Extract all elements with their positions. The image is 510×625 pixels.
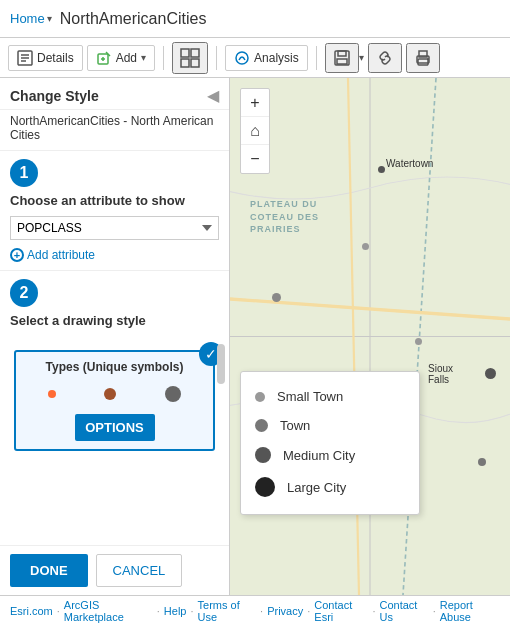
watertown-label: Watertown bbox=[386, 158, 433, 169]
dot-1 bbox=[272, 293, 281, 302]
svg-rect-11 bbox=[191, 59, 199, 67]
legend-item-3: Large City bbox=[241, 470, 419, 504]
help-link[interactable]: Help bbox=[164, 605, 187, 617]
step1-label: Choose an attribute to show bbox=[10, 193, 219, 208]
step2-label: Select a drawing style bbox=[10, 313, 219, 328]
legend-label-2: Medium City bbox=[283, 448, 355, 463]
report-abuse-link[interactable]: Report Abuse bbox=[440, 599, 500, 623]
toolbar-sep-2 bbox=[216, 46, 217, 70]
main-content: Change Style ◀ NorthAmericanCities - Nor… bbox=[0, 78, 510, 595]
panel-header: Change Style ◀ bbox=[0, 78, 229, 110]
terms-link[interactable]: Terms of Use bbox=[198, 599, 257, 623]
contact-esri-link[interactable]: Contact Esri bbox=[314, 599, 368, 623]
legend-dot-0 bbox=[255, 392, 265, 402]
zoom-out-icon: − bbox=[250, 150, 259, 168]
layout-button[interactable] bbox=[172, 42, 208, 74]
svg-rect-9 bbox=[191, 49, 199, 57]
preview-dot-large bbox=[165, 386, 181, 402]
legend-item-1: Town bbox=[241, 411, 419, 440]
zoom-out-button[interactable]: − bbox=[241, 145, 269, 173]
action-buttons: DONE CANCEL bbox=[0, 545, 229, 595]
legend-dot-1 bbox=[255, 419, 268, 432]
add-icon bbox=[96, 50, 112, 66]
panel-title: Change Style bbox=[10, 88, 99, 104]
add-button[interactable]: Add ▾ bbox=[87, 45, 155, 71]
page-title: NorthAmericanCities bbox=[60, 10, 207, 28]
details-button[interactable]: Details bbox=[8, 45, 83, 71]
types-card[interactable]: Types (Unique symbols) ✓ OPTIONS bbox=[14, 350, 215, 451]
collapse-icon[interactable]: ◀ bbox=[207, 86, 219, 105]
legend-dot-3 bbox=[255, 477, 275, 497]
legend-dot-2 bbox=[255, 447, 271, 463]
legend-label-1: Town bbox=[280, 418, 310, 433]
add-attribute-link[interactable]: + Add attribute bbox=[10, 248, 219, 262]
zoom-in-button[interactable]: + bbox=[241, 89, 269, 117]
map-svg bbox=[230, 78, 510, 595]
svg-rect-16 bbox=[418, 59, 428, 65]
map-controls: + ⌂ − bbox=[240, 88, 270, 174]
home-label: Home bbox=[10, 11, 45, 26]
home-button[interactable]: Home ▾ bbox=[10, 11, 52, 26]
add-label: Add bbox=[116, 51, 137, 65]
step1-section: 1 Choose an attribute to show POPCLASS +… bbox=[0, 151, 229, 270]
step1-badge: 1 bbox=[10, 159, 38, 187]
svg-point-12 bbox=[236, 52, 248, 64]
step2-badge: 2 bbox=[10, 279, 38, 307]
contact-us-link[interactable]: Contact Us bbox=[380, 599, 429, 623]
toolbar-sep-1 bbox=[163, 46, 164, 70]
analysis-button[interactable]: Analysis bbox=[225, 45, 308, 71]
map-area[interactable]: PLATEAU DUCOTEAU DESPRAIRIES Watertown S… bbox=[230, 78, 510, 595]
cancel-button[interactable]: CANCEL bbox=[96, 554, 183, 587]
preview-dot-small bbox=[48, 390, 56, 398]
toolbar-sep-3 bbox=[316, 46, 317, 70]
svg-rect-10 bbox=[181, 59, 189, 67]
sioux-falls-label: SiouxFalls bbox=[428, 363, 453, 385]
legend-item-2: Medium City bbox=[241, 440, 419, 470]
preview-dot-medium bbox=[104, 388, 116, 400]
styles-scroll-area: Types (Unique symbols) ✓ OPTIONS bbox=[4, 344, 225, 457]
legend-item-0: Small Town bbox=[241, 382, 419, 411]
add-chevron-icon: ▾ bbox=[141, 52, 146, 63]
save-chevron-icon: ▾ bbox=[359, 52, 364, 63]
preview-dots bbox=[24, 380, 205, 408]
add-attribute-label: Add attribute bbox=[27, 248, 95, 262]
header: Home ▾ NorthAmericanCities bbox=[0, 0, 510, 38]
plus-circle-icon: + bbox=[10, 248, 24, 262]
done-button[interactable]: DONE bbox=[10, 554, 88, 587]
analysis-icon bbox=[234, 50, 250, 66]
attribute-dropdown-row: POPCLASS bbox=[10, 216, 219, 240]
legend-popup: Small Town Town Medium City Large City bbox=[240, 371, 420, 515]
marketplace-link[interactable]: ArcGIS Marketplace bbox=[64, 599, 153, 623]
left-panel: Change Style ◀ NorthAmericanCities - Nor… bbox=[0, 78, 230, 595]
analysis-label: Analysis bbox=[254, 51, 299, 65]
details-icon bbox=[17, 50, 33, 66]
home-map-icon: ⌂ bbox=[250, 122, 260, 140]
region-label: PLATEAU DUCOTEAU DESPRAIRIES bbox=[250, 198, 319, 236]
watertown-dot bbox=[378, 166, 385, 173]
details-label: Details bbox=[37, 51, 74, 65]
legend-label-0: Small Town bbox=[277, 389, 343, 404]
zoom-in-icon: + bbox=[250, 94, 259, 112]
dot-2 bbox=[362, 243, 369, 250]
dot-sioux bbox=[485, 368, 496, 379]
privacy-link[interactable]: Privacy bbox=[267, 605, 303, 617]
home-map-button[interactable]: ⌂ bbox=[241, 117, 269, 145]
layer-name: NorthAmericanCities - North American Cit… bbox=[0, 110, 229, 151]
step2-section: 2 Select a drawing style bbox=[0, 270, 229, 344]
svg-point-19 bbox=[427, 58, 429, 60]
scroll-thumb[interactable] bbox=[217, 344, 225, 384]
save-button[interactable] bbox=[325, 43, 359, 73]
attribute-select[interactable]: POPCLASS bbox=[10, 216, 219, 240]
options-button[interactable]: OPTIONS bbox=[75, 414, 155, 441]
svg-rect-8 bbox=[181, 49, 189, 57]
legend-label-3: Large City bbox=[287, 480, 346, 495]
svg-rect-15 bbox=[337, 59, 347, 64]
types-card-title: Types (Unique symbols) bbox=[24, 360, 205, 374]
home-chevron-icon: ▾ bbox=[47, 13, 52, 24]
link-button[interactable] bbox=[368, 43, 402, 73]
print-button[interactable] bbox=[406, 43, 440, 73]
esri-link[interactable]: Esri.com bbox=[10, 605, 53, 617]
dot-3 bbox=[415, 338, 422, 345]
toolbar: Details Add ▾ Analysis ▾ bbox=[0, 38, 510, 78]
dot-5 bbox=[478, 458, 486, 466]
